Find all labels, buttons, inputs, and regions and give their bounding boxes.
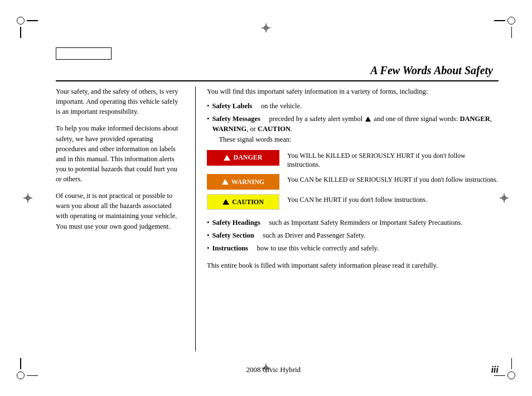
bullet5-text: how to use this vehicle correctly and sa…: [257, 244, 379, 252]
title-section: A Few Words About Safety: [56, 64, 499, 81]
content-area: Your safety, and the safety of others, i…: [56, 86, 499, 351]
alert-triangle-inline: [365, 117, 371, 122]
left-para-3: Of course, it is not practical or possib…: [56, 191, 184, 231]
left-para-2: To help you make informed decisions abou…: [56, 123, 184, 184]
warning-triangle-icon: [222, 179, 229, 185]
warning-label: WARNING: [231, 177, 264, 187]
crosshair-top: [262, 23, 270, 32]
closing-text: This entire book is filled with importan…: [207, 260, 499, 271]
bullet5-content: Instructions how to use this vehicle cor…: [212, 243, 379, 253]
left-column: Your safety, and the safety of others, i…: [56, 86, 184, 351]
bullet-safety-labels: • Safety Labels on the vehicle.: [207, 101, 499, 111]
bullet2-label: Safety Messages: [212, 115, 260, 123]
left-para-1: Your safety, and the safety of others, i…: [56, 86, 184, 117]
bullet-safety-section: • Safety Section such as Driver and Pass…: [207, 230, 499, 240]
crosshair-right: [500, 194, 509, 202]
bullet4-content: Safety Section such as Driver and Passen…: [212, 230, 365, 240]
warning-text: You CAN be KILLED or SERIOUSLY HURT if y…: [287, 174, 498, 185]
footer-book: 2008 Civic Hybrid: [246, 365, 301, 374]
bullet-safety-headings: • Safety Headings such as Important Safe…: [207, 218, 499, 228]
crosshair-left: [23, 194, 32, 202]
bullet5-label: Instructions: [212, 244, 248, 252]
caution-triangle-icon: [223, 199, 229, 205]
corner-mark-tr: [504, 17, 515, 28]
bullet4-text: such as Driver and Passenger Safety.: [263, 231, 365, 239]
bullet1-label: Safety Labels: [212, 102, 252, 110]
corner-mark-tl: [17, 17, 28, 28]
caution-label: CAUTION: [232, 197, 264, 207]
footer-page-number: iii: [491, 365, 499, 375]
page: A Few Words About Safety Your safety, an…: [0, 0, 532, 396]
corner-mark-br: [504, 368, 515, 379]
right-column: You will find this important safety info…: [207, 86, 499, 351]
page-title: A Few Words About Safety: [56, 64, 499, 80]
bullet1-text: on the vehicle.: [261, 102, 302, 110]
warning-badge: WARNING: [207, 174, 279, 190]
bullet2-text: preceded by a safety alert symbol: [269, 115, 362, 123]
bullet4-label: Safety Section: [212, 231, 254, 239]
bullet-dot-2: •: [207, 114, 209, 124]
bullet1-content: Safety Labels on the vehicle.: [212, 101, 302, 111]
danger-badge: DANGER: [207, 150, 279, 166]
bullet-instructions: • Instructions how to use this vehicle c…: [207, 243, 499, 253]
right-intro: You will find this important safety info…: [207, 86, 499, 96]
bullet3-content: Safety Headings such as Important Safety…: [212, 218, 462, 228]
signal-row-danger: DANGER You WILL be KILLED or SERIOUSLY H…: [207, 150, 499, 170]
bullet-dot-4: •: [207, 230, 209, 240]
column-divider: [195, 86, 196, 351]
danger-text: You WILL be KILLED or SERIOUSLY HURT if …: [287, 150, 499, 170]
bullet-safety-messages: • Safety Messages preceded by a safety a…: [207, 114, 499, 144]
bullet-dot-1: •: [207, 101, 209, 111]
signal-intro: These signal words mean:: [212, 136, 291, 143]
signal-row-caution: CAUTION You CAN be HURT if you don't fol…: [207, 194, 499, 210]
danger-triangle-icon: [224, 155, 230, 161]
danger-label: DANGER: [233, 153, 262, 162]
bullet-dot-3: •: [207, 218, 209, 228]
signal-table: DANGER You WILL be KILLED or SERIOUSLY H…: [207, 150, 499, 210]
page-number-box: [56, 47, 112, 60]
bullet-dot-5: •: [207, 243, 209, 253]
corner-mark-bl: [17, 368, 28, 379]
bullet2-content: Safety Messages preceded by a safety ale…: [212, 114, 499, 144]
title-rule: [56, 80, 499, 81]
signal-row-warning: WARNING You CAN be KILLED or SERIOUSLY H…: [207, 174, 499, 190]
footer-center: 2008 Civic Hybrid: [56, 365, 491, 374]
bullet3-label: Safety Headings: [212, 219, 260, 226]
caution-badge: CAUTION: [207, 194, 279, 210]
bullet3-text: such as Important Safety Reminders or Im…: [269, 219, 462, 226]
footer: 2008 Civic Hybrid iii: [56, 365, 499, 375]
caution-text: You CAN be HURT if you don't follow inst…: [287, 194, 427, 205]
